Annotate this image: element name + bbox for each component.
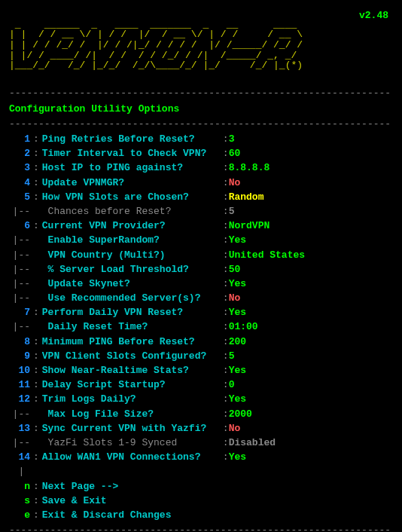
action-row-e[interactable]: e:Exit & Discard Changes <box>9 509 393 522</box>
option-row[interactable]: 9:VPN Client Slots Configured?:5 <box>9 350 393 363</box>
colon <box>33 436 42 450</box>
option-number: 8 <box>9 335 33 349</box>
option-row: |-- YazFi Slots 1-9 Synced:Disabled <box>9 436 393 450</box>
option-label: How VPN Slots are Chosen? <box>42 191 223 204</box>
value-colon: : <box>223 320 229 334</box>
colon: : <box>33 176 42 190</box>
value-colon: : <box>223 436 229 450</box>
option-value: 2000 <box>229 408 252 421</box>
option-row[interactable]: |-- Update Skynet?:Yes <box>9 277 393 291</box>
option-row[interactable]: 13:Sync Current VPN with Yazfi?:No <box>9 422 393 436</box>
option-row[interactable]: 1:Ping Retries Before Reset?:3 <box>9 133 393 146</box>
option-value: Yes <box>229 364 246 378</box>
option-label: YazFi Slots 1-9 Synced <box>42 436 223 450</box>
option-row[interactable]: 3:Host IP to PING against?:8.8.8.8 <box>9 161 393 175</box>
colon: : <box>33 335 42 349</box>
option-row[interactable]: |-- % Server Load Threshold?:50 <box>9 263 393 277</box>
colon <box>33 320 42 334</box>
option-value: Yes <box>229 234 246 247</box>
option-row[interactable]: 8:Minimum PING Before Reset?:200 <box>9 335 393 349</box>
option-label: Enable SuperRandom? <box>42 234 223 247</box>
option-label: Minimum PING Before Reset? <box>42 335 223 349</box>
colon <box>33 263 42 277</box>
divider: ----------------------------------------… <box>9 87 393 100</box>
option-label: Current VPN Provider? <box>42 219 223 233</box>
option-number: 9 <box>9 350 33 363</box>
colon <box>33 277 42 291</box>
option-row[interactable]: |-- VPN Country (Multi?):United States <box>9 249 393 262</box>
option-value: 5 <box>229 350 235 363</box>
option-number: |-- <box>9 292 33 305</box>
option-value: United States <box>229 249 305 262</box>
option-row[interactable]: |-- Use Recommended Server(s)?:No <box>9 292 393 305</box>
option-value: 60 <box>229 147 241 161</box>
option-value: Yes <box>229 306 246 320</box>
option-label: Timer Interval to Check VPN? <box>42 147 223 161</box>
option-number: |-- <box>9 249 33 262</box>
option-value: Yes <box>229 277 246 291</box>
value-colon: : <box>223 408 229 421</box>
value-colon: : <box>223 219 229 233</box>
option-label: Allow WAN1 VPN Connections? <box>42 451 223 464</box>
option-label: Delay Script Startup? <box>42 378 223 392</box>
option-row[interactable]: 2:Timer Interval to Check VPN?:60 <box>9 147 393 161</box>
colon: : <box>33 364 42 378</box>
option-row[interactable]: 11:Delay Script Startup?:0 <box>9 378 393 392</box>
option-number: 12 <box>9 393 33 406</box>
option-number: 7 <box>9 306 33 320</box>
ascii-logo: _ ______ _ ____ _______ _ __ ____ | | / … <box>9 9 393 81</box>
option-label: VPN Country (Multi?) <box>42 249 223 262</box>
option-row[interactable]: 10:Show Near-Realtime Stats?:Yes <box>9 364 393 378</box>
option-value: 5 <box>229 205 235 219</box>
value-colon: : <box>223 161 229 175</box>
option-number: |-- <box>9 205 33 219</box>
option-row[interactable]: |-- Daily Reset Time?:01:00 <box>9 320 393 334</box>
action-key: s <box>9 494 33 508</box>
colon: : <box>33 494 42 508</box>
option-value: Disabled <box>229 436 276 450</box>
value-colon: : <box>223 378 229 392</box>
option-value: No <box>229 292 241 305</box>
option-row: |-- Chances before Reset?:5 <box>9 205 393 219</box>
colon: : <box>33 451 42 464</box>
option-value: 3 <box>229 133 235 146</box>
value-colon: : <box>223 422 229 436</box>
action-row-n[interactable]: n:Next Page --> <box>9 480 393 494</box>
option-number: 2 <box>9 147 33 161</box>
colon: : <box>33 480 42 494</box>
value-colon: : <box>223 292 229 305</box>
option-number: |-- <box>9 263 33 277</box>
option-row[interactable]: |-- Enable SuperRandom?:Yes <box>9 234 393 247</box>
option-row[interactable]: 5:How VPN Slots are Chosen?:Random <box>9 191 393 204</box>
option-row[interactable]: |-- Max Log File Size?:2000 <box>9 408 393 421</box>
value-colon: : <box>223 350 229 363</box>
option-row[interactable]: 6:Current VPN Provider?:NordVPN <box>9 219 393 233</box>
option-row[interactable]: 12:Trim Logs Daily?:Yes <box>9 393 393 406</box>
colon: : <box>33 161 42 175</box>
option-value: 200 <box>229 335 246 349</box>
option-value: 8.8.8.8 <box>229 161 270 175</box>
action-separator: | <box>9 465 393 478</box>
option-number: |-- <box>9 320 33 334</box>
option-value: Yes <box>229 393 246 406</box>
option-value: No <box>229 422 241 436</box>
colon: : <box>33 422 42 436</box>
colon <box>33 205 42 219</box>
section-title: Configuration Utility Options <box>9 102 393 116</box>
value-colon: : <box>223 133 229 146</box>
value-colon: : <box>223 191 229 204</box>
value-colon: : <box>223 176 229 190</box>
option-label: % Server Load Threshold? <box>42 263 223 277</box>
action-label: Next Page --> <box>42 480 118 494</box>
option-row[interactable]: 14:Allow WAN1 VPN Connections?:Yes <box>9 451 393 464</box>
option-row[interactable]: 7:Perform Daily VPN Reset?:Yes <box>9 306 393 320</box>
option-label: Perform Daily VPN Reset? <box>42 306 223 320</box>
option-value: Random <box>229 191 264 204</box>
option-value: 01:00 <box>229 320 258 334</box>
option-label: Show Near-Realtime Stats? <box>42 364 223 378</box>
option-value: 50 <box>229 263 241 277</box>
option-row[interactable]: 4:Update VPNMGR?:No <box>9 176 393 190</box>
action-label: Save & Exit <box>42 494 107 508</box>
action-row-s[interactable]: s:Save & Exit <box>9 494 393 508</box>
colon: : <box>33 509 42 522</box>
